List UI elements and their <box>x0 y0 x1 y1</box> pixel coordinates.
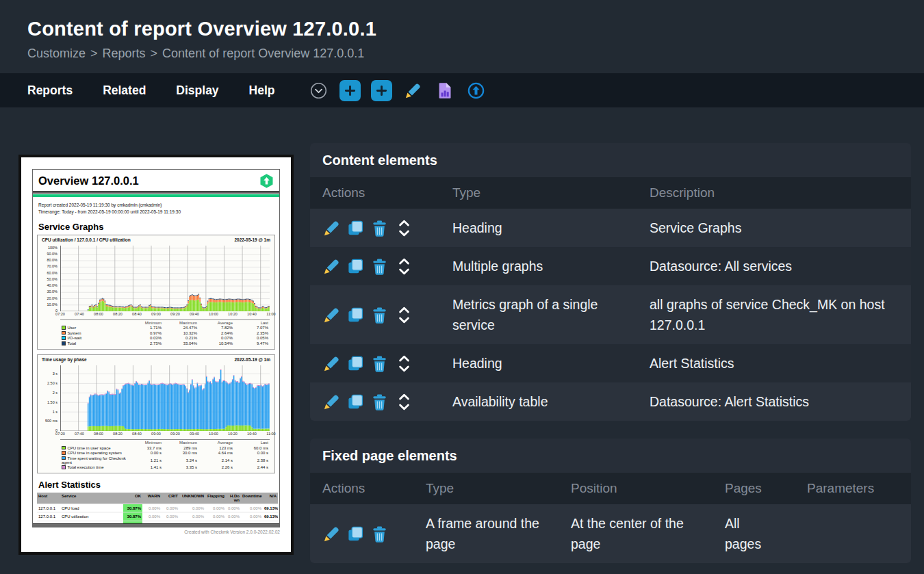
x-axis-label: 10:40 <box>244 312 259 316</box>
add-fixed-element-icon[interactable] <box>371 80 392 101</box>
legend-row: CPU time in user space33.7 ms289 ms123 m… <box>60 445 270 451</box>
move-down-icon[interactable] <box>398 403 411 412</box>
clone-icon[interactable] <box>346 525 365 543</box>
y-axis-label: 70.0% <box>38 264 57 269</box>
report-heading-alert-statistics: Alert Statistics <box>38 480 274 490</box>
add-element-icon[interactable] <box>339 80 361 101</box>
element-type: A frame around the page <box>426 513 571 554</box>
page-title: Content of report Overview 127.0.0.1 <box>27 18 897 40</box>
x-axis-label: 11:00 <box>264 312 279 316</box>
tables-column: Content elements Actions Type Descriptio… <box>310 143 911 563</box>
y-axis-label: 3 s <box>38 371 57 376</box>
report-footer: Created with Checkmk Version 2.0.0-2022.… <box>32 530 280 534</box>
element-type: Multiple graphs <box>452 256 650 276</box>
menu-display[interactable]: Display <box>176 83 218 98</box>
column-header-actions: Actions <box>322 185 452 200</box>
menu-help[interactable]: Help <box>249 83 275 98</box>
element-description: Datasource: All services <box>650 256 911 276</box>
menu-related[interactable]: Related <box>103 83 146 98</box>
menu-shortcut-icons <box>308 80 487 101</box>
x-axis-label: 07:40 <box>72 432 87 436</box>
x-axis-label: 10:20 <box>225 432 240 436</box>
edit-icon[interactable] <box>322 354 341 373</box>
y-axis-label: 80.0% <box>38 258 57 263</box>
breadcrumb-item-current: Content of report Overview 127.0.0.1 <box>162 47 364 60</box>
move-down-icon[interactable] <box>398 316 411 325</box>
edit-icon[interactable] <box>322 525 341 543</box>
delete-icon[interactable] <box>370 306 389 324</box>
edit-icon[interactable] <box>402 80 424 101</box>
x-axis-label: 08:00 <box>91 432 106 436</box>
table-row: Availability table Datasource: Alert Sta… <box>310 382 911 421</box>
graph-legend-table: MinimumMaximumAverageLastUser1.71%24.47%… <box>60 319 270 346</box>
x-axis-label: 10:00 <box>206 312 221 316</box>
y-axis-label: 100% <box>38 246 57 250</box>
x-axis-label: 09:40 <box>187 312 202 316</box>
x-axis-label: 09:00 <box>149 312 164 316</box>
x-axis-label: 08:00 <box>91 312 106 316</box>
x-axis-label: 08:40 <box>129 312 144 316</box>
x-axis-label: 10:20 <box>225 312 240 316</box>
breadcrumb-item-customize[interactable]: Customize <box>27 47 86 60</box>
menu-reports[interactable]: Reports <box>27 83 73 98</box>
legend-row: Total execution time1.41 s3.35 s2.26 s2.… <box>60 465 270 471</box>
clone-icon[interactable] <box>346 306 365 324</box>
edit-icon[interactable] <box>322 393 341 411</box>
main-content: Overview 127.0.0.1 Report created 2022-0… <box>0 107 924 563</box>
element-type: Heading <box>452 353 650 374</box>
legend-row: CPU time in operating system0.00 s30.0 m… <box>60 450 270 456</box>
y-axis-label: 1.50 s <box>38 400 57 405</box>
collapse-menu-icon[interactable] <box>308 80 329 101</box>
y-axis-label: 2.50 s <box>38 381 57 386</box>
move-up-icon[interactable] <box>398 392 411 401</box>
move-up-icon[interactable] <box>398 354 411 363</box>
breadcrumb: Customize>Reports>Content of report Over… <box>27 47 897 61</box>
alert-statistics-table: HostServiceOKWARNCRITUNKNOWNFlappingH.Do… <box>37 493 275 527</box>
delete-icon[interactable] <box>370 219 389 237</box>
move-up-icon[interactable] <box>398 257 411 265</box>
graph-legend: MinimumMaximumAverageLastUser1.71%24.47%… <box>60 319 270 346</box>
move-down-icon[interactable] <box>398 365 411 374</box>
move-up-icon[interactable] <box>398 305 411 314</box>
edit-icon[interactable] <box>322 257 341 276</box>
actions-cell <box>322 354 452 374</box>
column-header-description: Description <box>650 185 911 200</box>
graph-x-axis: 07:2007:4008:0008:2008:4009:0009:2009:40… <box>60 432 270 438</box>
edit-icon[interactable] <box>322 219 341 237</box>
breadcrumb-item-reports[interactable]: Reports <box>103 47 146 60</box>
graph-plot-area: 3 s2.50 s2 s1.50 s1 s500 ms0 <box>60 365 270 431</box>
move-up-icon[interactable] <box>398 218 411 227</box>
checkmk-up-icon <box>259 174 274 188</box>
delete-icon[interactable] <box>370 525 389 543</box>
delete-icon[interactable] <box>370 354 389 373</box>
upload-icon[interactable] <box>465 80 487 101</box>
graph-legend-table: MinimumMaximumAverageLastCPU time in use… <box>60 439 270 470</box>
y-axis-label: 10.0% <box>38 302 57 307</box>
delete-icon[interactable] <box>370 393 389 411</box>
alert-table: HostServiceOKWARNCRITUNKNOWNFlappingH.Do… <box>37 493 278 527</box>
y-axis-label: 50.0% <box>38 277 57 282</box>
clone-icon[interactable] <box>346 219 365 237</box>
move-down-icon[interactable] <box>398 268 411 276</box>
move-down-icon[interactable] <box>398 229 411 238</box>
column-header-actions: Actions <box>322 481 426 496</box>
y-axis-label: 60.0% <box>38 271 57 276</box>
x-axis-label: 09:20 <box>168 312 183 316</box>
graph-date-label: 2022-05-19 @ 1m <box>234 357 270 362</box>
edit-icon[interactable] <box>322 306 341 324</box>
delete-icon[interactable] <box>370 257 389 276</box>
element-type: Metrics graph of a single service <box>452 294 650 335</box>
y-axis-label: 90.0% <box>38 252 57 257</box>
clone-icon[interactable] <box>346 257 365 276</box>
x-axis-label: 10:00 <box>206 432 221 436</box>
report-title: Overview 127.0.0.1 <box>38 174 139 187</box>
report-icon[interactable] <box>434 80 455 101</box>
frame-bottom-bar <box>33 523 279 527</box>
clone-icon[interactable] <box>346 354 365 373</box>
y-axis-label: 1 s <box>38 410 57 415</box>
legend-row: I/O-wait0.03%0.21%0.07%0.05% <box>60 336 270 341</box>
x-axis-label: 08:20 <box>110 432 125 436</box>
clone-icon[interactable] <box>346 393 365 411</box>
fixed-page-elements-section: Fixed page elements Actions Type Positio… <box>310 439 911 563</box>
x-axis-label: 11:00 <box>264 432 279 436</box>
